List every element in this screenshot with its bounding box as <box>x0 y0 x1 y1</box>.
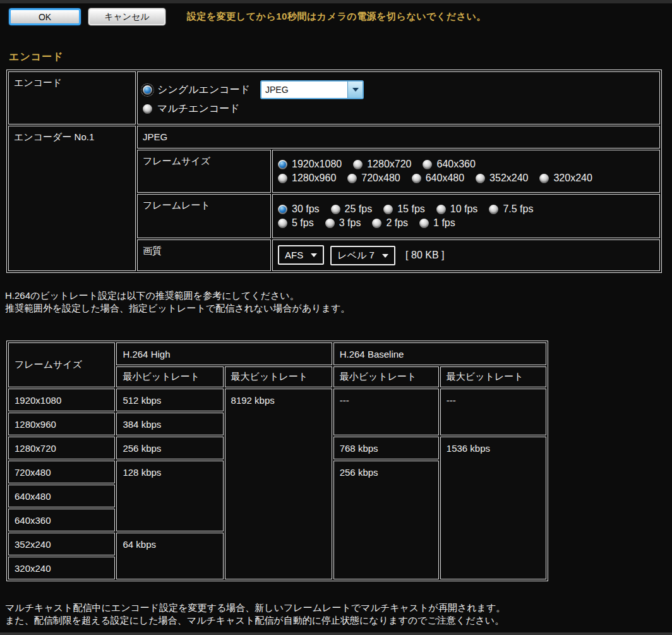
frame-size-label: フレームサイズ <box>137 150 271 193</box>
encode-mode-cell: シングルエンコード JPEG マルチエンコード <box>137 71 660 124</box>
cancel-button[interactable]: キャンセル <box>88 8 165 25</box>
frame-rate-radio-25fps[interactable] <box>331 205 340 214</box>
frame-rate-radio-15fps[interactable] <box>383 205 393 214</box>
single-encode-radio[interactable] <box>143 85 152 95</box>
bitrate-note: H.264のビットレート設定は以下の推奨範囲を参考にしてください。 推奨範囲外を… <box>5 289 672 315</box>
frame-size-radio-720x480[interactable] <box>347 174 357 183</box>
frame-size-cell: 1280x960 <box>8 413 115 435</box>
frame-size-options: 1920x1080 1280x720 640x360 1280x960 720x… <box>272 150 660 193</box>
multi-encode-label: マルチエンコード <box>157 102 240 116</box>
encode-row-label: エンコード <box>8 71 136 124</box>
frame-rate-radio-5fps[interactable] <box>278 219 287 228</box>
frame-size-option-label: 320x240 <box>553 172 592 184</box>
frame-size-cell: 640x360 <box>8 509 115 531</box>
frame-rate-radio-3fps[interactable] <box>325 219 335 228</box>
page-title: エンコード <box>9 51 672 64</box>
high-max-cell: 8192 kbps <box>225 389 332 579</box>
high-min-cell: 128 kbps <box>116 461 223 531</box>
frame-rate-option-label: 3 fps <box>339 217 361 229</box>
ok-button[interactable]: OK <box>9 8 81 25</box>
frame-size-option-label: 640x480 <box>426 172 464 184</box>
quality-level-value: レベル 7 <box>337 250 375 262</box>
bitrate-note-line1: H.264のビットレート設定は以下の推奨範囲を参考にしてください。 <box>5 289 672 302</box>
encoder-no1-label: エンコーダー No.1 <box>8 126 136 271</box>
high-max-bitrate-header: 最大ビットレート <box>225 366 332 387</box>
bitrate-recommendation-table: フレームサイズ H.264 High H.264 Baseline 最小ビットレ… <box>6 341 548 581</box>
frame-size-option-label: 1280x960 <box>292 172 336 184</box>
baseline-min-bitrate-header: 最小ビットレート <box>333 366 439 387</box>
frame-size-cell: 640x480 <box>8 485 115 507</box>
quality-level-select[interactable]: レベル 7 <box>330 246 395 265</box>
frame-size-cell: 720x480 <box>8 461 115 483</box>
frame-rate-label: フレームレート <box>137 194 271 238</box>
frame-rate-radio-7-5fps[interactable] <box>489 205 498 214</box>
baseline-min-cell: 256 kbps <box>333 461 439 579</box>
frame-rate-radio-2fps[interactable] <box>372 219 381 228</box>
baseline-max-bitrate-header: 最大ビットレート <box>440 366 546 387</box>
frame-size-cell: 320x240 <box>8 557 115 579</box>
frame-rate-option-label: 15 fps <box>397 203 425 215</box>
frame-size-option-label: 352x240 <box>489 172 528 184</box>
frame-rate-radio-10fps[interactable] <box>436 205 446 214</box>
quality-mode-select[interactable]: AFS <box>278 245 324 265</box>
frame-size-option-label: 1280x720 <box>367 159 411 170</box>
frame-size-radio-1280x720[interactable] <box>353 160 363 169</box>
frame-size-radio-320x240[interactable] <box>539 174 549 183</box>
frame-size-cell: 1280x720 <box>8 437 115 459</box>
power-warning-text: 設定を変更してから10秒間はカメラの電源を切らないでください。 <box>187 11 486 23</box>
quality-label: 画質 <box>137 239 271 271</box>
bitrate-col-frame-size: フレームサイズ <box>8 342 115 387</box>
chevron-down-icon <box>311 253 317 257</box>
encoder-codec-value: JPEG <box>137 126 660 148</box>
frame-rate-option-label: 10 fps <box>450 203 478 215</box>
frame-rate-option-label: 7.5 fps <box>503 203 533 215</box>
bitrate-col-h264-high: H.264 High <box>116 342 332 365</box>
high-min-cell: 256 kbps <box>116 437 223 459</box>
bitrate-note-line2: 推奨範囲外を設定した場合、指定ビットレートで配信されない場合があります。 <box>5 302 672 315</box>
multicast-note: マルチキャスト配信中にエンコード設定を変更する場合、新しいフレームレートでマルチ… <box>5 602 672 627</box>
frame-size-cell: 1920x1080 <box>8 389 115 411</box>
high-min-cell: 512 kbps <box>116 389 223 411</box>
frame-size-cell: 352x240 <box>8 533 115 555</box>
chevron-down-icon <box>352 88 359 92</box>
frame-rate-radio-30fps[interactable] <box>278 205 287 214</box>
frame-rate-option-label: 1 fps <box>433 217 455 229</box>
frame-rate-option-label: 5 fps <box>292 217 314 229</box>
frame-size-option-label: 720x480 <box>361 172 400 184</box>
toolbar: OK キャンセル 設定を変更してから10秒間はカメラの電源を切らないでください。 <box>0 4 672 25</box>
bottom-strip <box>0 632 672 635</box>
baseline-max-cell: --- <box>440 389 546 435</box>
frame-rate-option-label: 25 fps <box>345 203 373 215</box>
high-min-bitrate-header: 最小ビットレート <box>116 366 223 387</box>
chevron-down-icon <box>382 254 388 258</box>
frame-rate-option-label: 30 fps <box>292 203 320 215</box>
bitrate-col-h264-baseline: H.264 Baseline <box>333 342 546 365</box>
codec-select-arrow-button[interactable] <box>347 82 363 98</box>
multicast-note-line1: マルチキャスト配信中にエンコード設定を変更する場合、新しいフレームレートでマルチ… <box>5 602 672 614</box>
multicast-note-line2: また、配信制限を超える設定にした場合、マルチキャスト配信が自動的に停止状態になり… <box>5 614 672 627</box>
frame-size-option-label: 640x360 <box>436 159 475 170</box>
codec-select[interactable]: JPEG <box>260 80 364 99</box>
baseline-min-cell: --- <box>333 389 439 435</box>
frame-rate-option-label: 2 fps <box>386 217 408 229</box>
multi-encode-radio[interactable] <box>143 104 152 114</box>
frame-rate-radio-1fps[interactable] <box>419 219 429 228</box>
single-encode-label: シングルエンコード <box>157 83 250 97</box>
frame-size-option-label: 1920x1080 <box>292 159 342 170</box>
frame-rate-options: 30 fps 25 fps 15 fps 10 fps 7.5 fps 5 fp… <box>272 194 660 238</box>
frame-size-radio-352x240[interactable] <box>476 174 485 183</box>
high-min-cell: 384 kbps <box>116 413 223 435</box>
frame-size-radio-1920x1080[interactable] <box>278 160 287 169</box>
frame-size-radio-640x360[interactable] <box>423 160 432 169</box>
codec-select-value: JPEG <box>261 82 347 98</box>
baseline-min-cell: 768 kbps <box>333 437 439 459</box>
high-min-cell: 64 kbps <box>116 533 223 579</box>
frame-size-radio-1280x960[interactable] <box>278 174 287 183</box>
quality-size-note: [ 80 KB ] <box>405 250 444 260</box>
encode-settings-table: エンコード シングルエンコード JPEG マルチエンコード エンコーダー No.… <box>6 70 662 273</box>
frame-size-radio-640x480[interactable] <box>412 174 421 183</box>
quality-controls: AFS レベル 7 [ 80 KB ] <box>272 239 660 271</box>
quality-mode-value: AFS <box>285 250 303 260</box>
baseline-max-cell: 1536 kbps <box>440 437 546 579</box>
